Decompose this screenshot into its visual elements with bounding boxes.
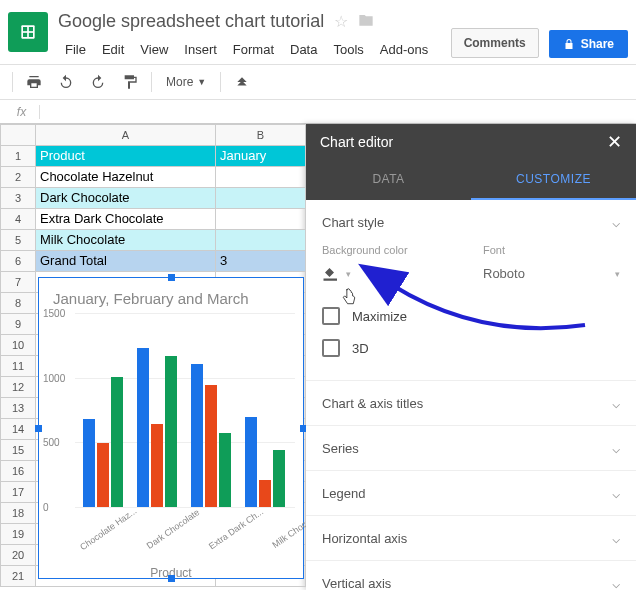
section-header-series[interactable]: Series⌵ [306,426,636,470]
cell-A2[interactable]: Chocolate Hazelnut [36,167,216,188]
row-header[interactable]: 14 [0,419,36,440]
row-header[interactable]: 8 [0,293,36,314]
close-icon[interactable]: ✕ [607,133,622,151]
tab-data[interactable]: DATA [306,160,471,200]
maximize-label: Maximize [352,309,407,324]
3d-label: 3D [352,341,369,356]
sheets-logo[interactable] [8,12,48,52]
row-header[interactable]: 7 [0,272,36,293]
row-header[interactable]: 20 [0,545,36,566]
cell-B2[interactable] [216,167,306,188]
cell-A6[interactable]: Grand Total [36,251,216,272]
tab-customize[interactable]: CUSTOMIZE [471,160,636,200]
font-dropdown[interactable]: Roboto ▾ [483,266,620,281]
row-header[interactable]: 16 [0,461,36,482]
redo-button[interactable] [83,68,113,96]
resize-handle-right[interactable] [300,425,306,432]
print-button[interactable] [19,68,49,96]
doc-title[interactable]: Google spreadsheet chart tutorial [58,11,324,32]
svg-rect-2 [29,27,33,31]
row-header[interactable]: 15 [0,440,36,461]
row-header[interactable]: 9 [0,314,36,335]
row-header[interactable]: 6 [0,251,36,272]
section-header-chart-axis-titles[interactable]: Chart & axis titles⌵ [306,381,636,425]
comments-button[interactable]: Comments [451,28,539,58]
svg-rect-5 [324,279,338,281]
resize-handle-left[interactable] [35,425,42,432]
row-header[interactable]: 1 [0,146,36,167]
section-header-legend[interactable]: Legend⌵ [306,471,636,515]
triangle-down-icon: ▾ [346,269,351,279]
row-header[interactable]: 18 [0,503,36,524]
menu-format[interactable]: Format [226,38,281,61]
menu-data[interactable]: Data [283,38,324,61]
sheet-area[interactable]: A B 1ProductJanuary2Chocolate Hazelnut3D… [0,124,306,590]
chevron-down-icon: ⌵ [612,440,620,456]
share-button[interactable]: Share [549,30,628,58]
star-icon[interactable]: ☆ [334,12,348,31]
row-header[interactable]: 21 [0,566,36,587]
cell-B4[interactable] [216,209,306,230]
cell-B1[interactable]: January [216,146,306,167]
row-header[interactable]: 2 [0,167,36,188]
fill-icon [322,266,340,282]
menu-edit[interactable]: Edit [95,38,131,61]
section-header-vertical-axis[interactable]: Vertical axis⌵ [306,561,636,590]
bar [205,385,217,507]
cell-A4[interactable]: Extra Dark Chocolate [36,209,216,230]
folder-icon[interactable] [358,12,374,30]
chevron-down-icon: ⌵ [612,395,620,411]
row-header[interactable]: 13 [0,398,36,419]
cell-A1[interactable]: Product [36,146,216,167]
section-header-chart-style[interactable]: Chart style ⌵ [306,200,636,244]
row-header[interactable]: 4 [0,209,36,230]
menu-addons[interactable]: Add-ons [373,38,435,61]
bg-color-label: Background color [322,244,459,256]
collapse-up-button[interactable] [227,68,257,96]
chevron-down-icon: ⌵ [612,214,620,230]
row-header[interactable]: 17 [0,482,36,503]
menu-tools[interactable]: Tools [326,38,370,61]
svg-rect-1 [23,27,27,31]
maximize-checkbox[interactable] [322,307,340,325]
chart-plot-area: 050010001500 [75,313,295,508]
embedded-chart[interactable]: January, February and March 050010001500… [38,277,304,579]
fx-label: fx [4,105,40,119]
col-header-a[interactable]: A [36,124,216,146]
col-header-b[interactable]: B [216,124,306,146]
row-header[interactable]: 11 [0,356,36,377]
editor-title: Chart editor [320,134,393,150]
bar [137,348,149,507]
row-header[interactable]: 19 [0,524,36,545]
resize-handle-top[interactable] [168,274,175,281]
row-header[interactable]: 10 [0,335,36,356]
font-label: Font [483,244,620,256]
app-bar: Google spreadsheet chart tutorial ☆ File… [0,0,636,64]
menu-file[interactable]: File [58,38,93,61]
cell-B3[interactable] [216,188,306,209]
paint-format-button[interactable] [115,68,145,96]
share-label: Share [581,37,614,51]
menu-view[interactable]: View [133,38,175,61]
bar [245,417,257,507]
resize-handle-bottom[interactable] [168,575,175,582]
cell-A3[interactable]: Dark Chocolate [36,188,216,209]
3d-checkbox[interactable] [322,339,340,357]
bar [259,480,271,507]
menu-insert[interactable]: Insert [177,38,224,61]
bg-color-picker[interactable]: ▾ [322,266,459,282]
select-all-corner[interactable] [0,124,36,146]
chart-title: January, February and March [39,278,303,313]
cell-B5[interactable] [216,230,306,251]
cell-A5[interactable]: Milk Chocolate [36,230,216,251]
row-header[interactable]: 3 [0,188,36,209]
row-header[interactable]: 5 [0,230,36,251]
section-header-horizontal-axis[interactable]: Horizontal axis⌵ [306,516,636,560]
row-header[interactable]: 12 [0,377,36,398]
cell-B6[interactable]: 3 [216,251,306,272]
chevron-down-icon: ⌵ [612,575,620,590]
bar [97,443,109,507]
formula-bar[interactable]: fx [0,100,636,124]
toolbar-more-button[interactable]: More ▼ [158,71,214,93]
undo-button[interactable] [51,68,81,96]
